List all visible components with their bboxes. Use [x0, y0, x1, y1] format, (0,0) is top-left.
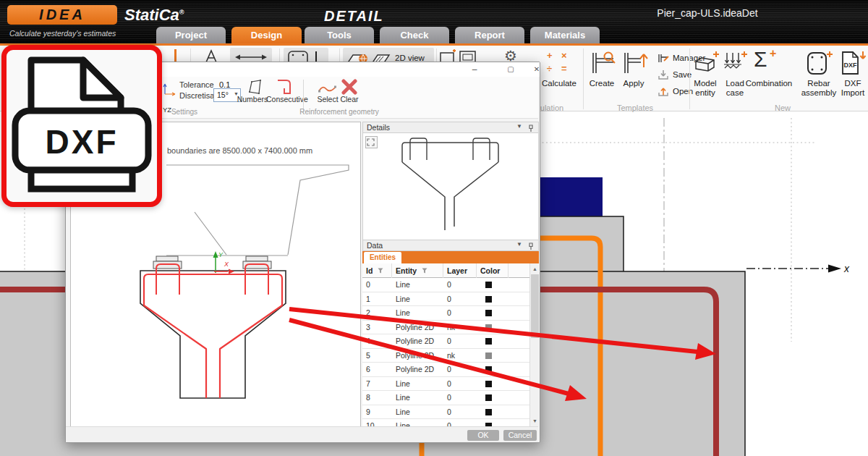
- y-axis-arrowhead: [213, 251, 218, 258]
- table-row[interactable]: 6Polyline 2D0: [362, 363, 529, 377]
- template-save-icon[interactable]: [657, 69, 670, 80]
- table-row[interactable]: 4Polyline 2D0: [362, 334, 529, 349]
- template-create-icon[interactable]: [587, 50, 616, 76]
- x-axis-label: x: [843, 263, 850, 274]
- template-manager-icon[interactable]: [657, 53, 670, 64]
- cell-color: [477, 321, 509, 334]
- chevron-down-icon[interactable]: ▼: [516, 123, 522, 130]
- table-row[interactable]: 10Line0: [362, 419, 529, 426]
- cell-color: [477, 405, 509, 419]
- cell-layer: 0: [443, 363, 477, 376]
- column-label: Layer: [447, 266, 467, 275]
- filter-funnel-icon[interactable]: [422, 268, 427, 274]
- data-panel-title: Data: [367, 241, 383, 250]
- new-group-label: New: [761, 104, 804, 112]
- cell-layer: 0: [443, 278, 477, 292]
- dxf-badge-text: DXF: [46, 123, 119, 161]
- calc-times-glyph: ×: [561, 50, 567, 61]
- dxf-import-icon[interactable]: DXF: [838, 50, 868, 76]
- close-button[interactable]: ✕: [527, 64, 546, 75]
- app-window: x 2D view: [0, 0, 868, 456]
- table-row[interactable]: 1Line0: [362, 292, 529, 307]
- tab-materials[interactable]: Materials: [530, 27, 600, 43]
- calc-divide-glyph: ÷: [547, 63, 552, 74]
- reinforcement-group-label: Reinforcement geometry: [285, 108, 393, 116]
- cell-entity: Polyline 2D: [392, 349, 443, 363]
- cell-entity: Line: [392, 419, 443, 426]
- tab-project[interactable]: Project: [156, 27, 226, 43]
- table-scrollbar[interactable]: ▲ ▼: [529, 263, 539, 426]
- color-swatch: [485, 381, 492, 387]
- scroll-down-icon[interactable]: ▼: [531, 416, 539, 426]
- ok-button[interactable]: OK: [467, 430, 499, 441]
- combination-sigma-icon[interactable]: Σ: [754, 47, 767, 72]
- cell-color: [477, 334, 509, 348]
- rebar-assembly-icon[interactable]: [804, 50, 833, 76]
- brand-tagline: Calculate yesterday's estimates: [9, 29, 116, 38]
- scroll-up-icon[interactable]: ▲: [531, 264, 539, 274]
- numbers-icon[interactable]: [245, 79, 264, 95]
- entities-table-header: Id Entity Layer Color: [362, 263, 529, 278]
- details-panel-header[interactable]: Details ▼: [362, 122, 539, 133]
- plane-axes-icon: [161, 81, 177, 97]
- cell-color: [477, 278, 509, 292]
- tab-check[interactable]: Check: [380, 27, 449, 43]
- data-panel-header[interactable]: Data ▼: [362, 240, 539, 251]
- cell-id: 2: [362, 306, 392, 320]
- cell-id: 6: [362, 363, 392, 376]
- color-swatch: [485, 338, 492, 345]
- boundaries-note: boundaries are 8500.000 x 7400.000 mm: [167, 146, 312, 155]
- load-case-icon[interactable]: [722, 50, 748, 76]
- table-row[interactable]: 0Line0: [362, 278, 529, 292]
- column-header-color[interactable]: Color: [477, 263, 509, 278]
- consecutive-icon[interactable]: [276, 79, 294, 95]
- column-header-layer[interactable]: Layer: [443, 263, 477, 278]
- fit-view-button[interactable]: [365, 136, 378, 148]
- details-preview-drawing: [391, 135, 514, 232]
- cell-entity: Line: [392, 292, 443, 306]
- cancel-button[interactable]: Cancel: [503, 430, 537, 441]
- pin-icon[interactable]: [528, 242, 534, 250]
- details-panel-title: Details: [367, 123, 390, 132]
- document-title: Pier_cap-ULS.ideaDet: [599, 7, 816, 19]
- cell-id: 8: [362, 391, 392, 405]
- calculate-label: Calculate: [535, 79, 583, 88]
- dxf-file-badge: DXF: [1, 45, 162, 207]
- cell-color: [477, 391, 509, 405]
- column-header-id[interactable]: Id: [362, 263, 392, 278]
- color-swatch: [485, 310, 492, 316]
- tab-report[interactable]: Report: [455, 27, 524, 43]
- select-icon[interactable]: [318, 83, 338, 94]
- column-label: Id: [366, 266, 373, 275]
- brand-statica: StatiCa: [124, 6, 179, 24]
- table-row[interactable]: 3Polyline 2Dnk: [362, 321, 529, 335]
- tab-design[interactable]: Design: [231, 27, 302, 43]
- tab-entities[interactable]: Entities: [364, 252, 401, 263]
- table-row[interactable]: 9Line0: [362, 405, 529, 420]
- template-apply-icon[interactable]: [619, 50, 648, 76]
- table-row[interactable]: 7Line0: [362, 377, 529, 392]
- cell-color: [477, 306, 509, 320]
- chevron-down-icon[interactable]: ▼: [516, 241, 522, 248]
- column-header-blank: [509, 263, 529, 278]
- tab-tools[interactable]: Tools: [305, 27, 374, 43]
- maximize-button[interactable]: ▢: [501, 64, 520, 75]
- table-row[interactable]: 5Polyline 2Dnk: [362, 349, 529, 363]
- bearing-plate-navy[interactable]: [535, 177, 603, 216]
- table-row[interactable]: 2Line0: [362, 306, 529, 321]
- clear-icon[interactable]: [341, 79, 358, 95]
- calculate-button[interactable]: + × ÷ =: [544, 50, 573, 76]
- bearing-pads: [153, 256, 271, 269]
- model-entity-icon[interactable]: [692, 50, 720, 76]
- cell-color: [477, 419, 509, 426]
- scrollbar-thumb[interactable]: [531, 274, 539, 338]
- column-header-entity[interactable]: Entity: [392, 263, 443, 278]
- template-open-icon[interactable]: [657, 86, 670, 97]
- minimize-button[interactable]: –: [465, 64, 484, 75]
- y-axis-label: Y: [218, 251, 224, 258]
- filter-funnel-icon[interactable]: [378, 268, 383, 274]
- pin-icon[interactable]: [528, 124, 534, 132]
- table-row[interactable]: 8Line0: [362, 391, 529, 405]
- title-bar: IDEA StatiCa® DETAIL Calculate yesterday…: [0, 0, 868, 43]
- cell-layer: nk: [443, 349, 477, 363]
